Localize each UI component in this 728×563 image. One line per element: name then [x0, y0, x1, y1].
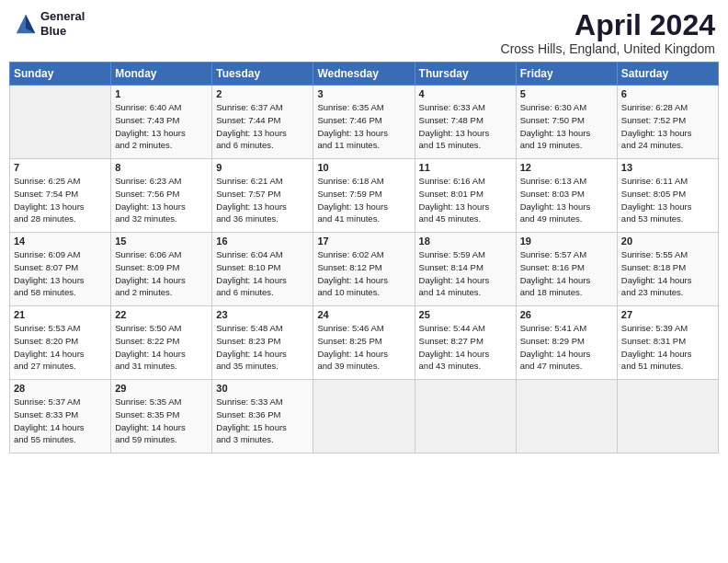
calendar-cell: [617, 380, 718, 454]
calendar-cell: 18Sunrise: 5:59 AM Sunset: 8:14 PM Dayli…: [415, 233, 516, 306]
calendar-cell: 16Sunrise: 6:04 AM Sunset: 8:10 PM Dayli…: [212, 233, 313, 306]
logo-text: General Blue: [40, 9, 85, 38]
calendar-cell: 28Sunrise: 5:37 AM Sunset: 8:33 PM Dayli…: [10, 380, 111, 454]
day-number: 15: [115, 236, 208, 247]
calendar-cell: 3Sunrise: 6:35 AM Sunset: 7:46 PM Daylig…: [313, 86, 415, 159]
calendar-cell: 24Sunrise: 5:46 AM Sunset: 8:25 PM Dayli…: [313, 306, 415, 380]
day-number: 23: [216, 309, 309, 320]
day-info: Sunrise: 6:06 AM Sunset: 8:09 PM Dayligh…: [115, 248, 208, 299]
day-header-wednesday: Wednesday: [313, 63, 415, 86]
day-number: 25: [419, 309, 512, 320]
day-header-monday: Monday: [111, 63, 212, 86]
logo-line1: General: [40, 9, 85, 23]
day-number: 1: [115, 88, 208, 99]
calendar-cell: 14Sunrise: 6:09 AM Sunset: 8:07 PM Dayli…: [10, 233, 111, 306]
day-number: 6: [621, 88, 714, 99]
day-number: 13: [621, 162, 714, 173]
day-number: 19: [520, 236, 613, 247]
calendar-cell: 11Sunrise: 6:16 AM Sunset: 8:01 PM Dayli…: [415, 159, 516, 233]
calendar-cell: 10Sunrise: 6:18 AM Sunset: 7:59 PM Dayli…: [313, 159, 415, 233]
day-header-sunday: Sunday: [10, 63, 111, 86]
page-header: General Blue April 2024 Cross Hills, Eng…: [9, 9, 719, 56]
month-year: April 2024: [501, 9, 715, 41]
day-info: Sunrise: 6:02 AM Sunset: 8:12 PM Dayligh…: [317, 248, 410, 299]
day-info: Sunrise: 5:57 AM Sunset: 8:16 PM Dayligh…: [520, 248, 613, 299]
day-info: Sunrise: 5:35 AM Sunset: 8:35 PM Dayligh…: [115, 396, 208, 446]
day-info: Sunrise: 5:59 AM Sunset: 8:14 PM Dayligh…: [419, 248, 512, 299]
day-info: Sunrise: 6:16 AM Sunset: 8:01 PM Dayligh…: [419, 175, 512, 225]
calendar-cell: 5Sunrise: 6:30 AM Sunset: 7:50 PM Daylig…: [516, 86, 617, 159]
day-info: Sunrise: 5:33 AM Sunset: 8:36 PM Dayligh…: [216, 396, 309, 446]
calendar-cell: 23Sunrise: 5:48 AM Sunset: 8:23 PM Dayli…: [212, 306, 313, 380]
day-number: 30: [216, 383, 309, 394]
calendar-week-2: 7Sunrise: 6:25 AM Sunset: 7:54 PM Daylig…: [10, 159, 719, 233]
day-info: Sunrise: 5:39 AM Sunset: 8:31 PM Dayligh…: [621, 322, 714, 373]
day-info: Sunrise: 6:37 AM Sunset: 7:44 PM Dayligh…: [216, 101, 309, 152]
calendar-week-1: 1Sunrise: 6:40 AM Sunset: 7:43 PM Daylig…: [10, 86, 719, 159]
day-header-tuesday: Tuesday: [212, 63, 313, 86]
day-info: Sunrise: 6:13 AM Sunset: 8:03 PM Dayligh…: [520, 175, 613, 225]
day-info: Sunrise: 6:23 AM Sunset: 7:56 PM Dayligh…: [115, 175, 208, 225]
day-number: 4: [419, 88, 512, 99]
logo-line2: Blue: [40, 24, 66, 38]
day-info: Sunrise: 5:46 AM Sunset: 8:25 PM Dayligh…: [317, 322, 410, 373]
calendar-body: 1Sunrise: 6:40 AM Sunset: 7:43 PM Daylig…: [10, 86, 719, 454]
day-number: 27: [621, 309, 714, 320]
day-number: 22: [115, 309, 208, 320]
calendar-cell: 6Sunrise: 6:28 AM Sunset: 7:52 PM Daylig…: [617, 86, 718, 159]
calendar-cell: 15Sunrise: 6:06 AM Sunset: 8:09 PM Dayli…: [111, 233, 212, 306]
day-number: 10: [317, 162, 410, 173]
logo: General Blue: [13, 9, 85, 38]
day-number: 9: [216, 162, 309, 173]
day-info: Sunrise: 6:18 AM Sunset: 7:59 PM Dayligh…: [317, 175, 410, 225]
day-number: 21: [14, 309, 107, 320]
day-number: 24: [317, 309, 410, 320]
calendar-cell: 22Sunrise: 5:50 AM Sunset: 8:22 PM Dayli…: [111, 306, 212, 380]
calendar-cell: 13Sunrise: 6:11 AM Sunset: 8:05 PM Dayli…: [617, 159, 718, 233]
day-number: 3: [317, 88, 410, 99]
day-info: Sunrise: 6:33 AM Sunset: 7:48 PM Dayligh…: [419, 101, 512, 152]
day-info: Sunrise: 6:28 AM Sunset: 7:52 PM Dayligh…: [621, 101, 714, 152]
day-info: Sunrise: 5:44 AM Sunset: 8:27 PM Dayligh…: [419, 322, 512, 373]
day-header-saturday: Saturday: [617, 63, 718, 86]
calendar-cell: [10, 86, 111, 159]
calendar-cell: 12Sunrise: 6:13 AM Sunset: 8:03 PM Dayli…: [516, 159, 617, 233]
calendar-table: SundayMondayTuesdayWednesdayThursdayFrid…: [9, 62, 719, 454]
day-info: Sunrise: 6:11 AM Sunset: 8:05 PM Dayligh…: [621, 175, 714, 225]
location: Cross Hills, England, United Kingdom: [501, 41, 715, 56]
day-number: 29: [115, 383, 208, 394]
calendar-cell: [415, 380, 516, 454]
day-number: 11: [419, 162, 512, 173]
day-info: Sunrise: 6:04 AM Sunset: 8:10 PM Dayligh…: [216, 248, 309, 299]
day-number: 2: [216, 88, 309, 99]
calendar-header-row: SundayMondayTuesdayWednesdayThursdayFrid…: [10, 63, 719, 86]
day-number: 5: [520, 88, 613, 99]
day-number: 28: [14, 383, 107, 394]
calendar-cell: 17Sunrise: 6:02 AM Sunset: 8:12 PM Dayli…: [313, 233, 415, 306]
day-number: 18: [419, 236, 512, 247]
day-info: Sunrise: 6:40 AM Sunset: 7:43 PM Dayligh…: [115, 101, 208, 152]
calendar-week-3: 14Sunrise: 6:09 AM Sunset: 8:07 PM Dayli…: [10, 233, 719, 306]
day-header-friday: Friday: [516, 63, 617, 86]
day-number: 17: [317, 236, 410, 247]
calendar-cell: 25Sunrise: 5:44 AM Sunset: 8:27 PM Dayli…: [415, 306, 516, 380]
day-info: Sunrise: 6:25 AM Sunset: 7:54 PM Dayligh…: [14, 175, 107, 225]
calendar-cell: 27Sunrise: 5:39 AM Sunset: 8:31 PM Dayli…: [617, 306, 718, 380]
day-info: Sunrise: 5:41 AM Sunset: 8:29 PM Dayligh…: [520, 322, 613, 373]
calendar-cell: 26Sunrise: 5:41 AM Sunset: 8:29 PM Dayli…: [516, 306, 617, 380]
day-info: Sunrise: 5:55 AM Sunset: 8:18 PM Dayligh…: [621, 248, 714, 299]
calendar-cell: 21Sunrise: 5:53 AM Sunset: 8:20 PM Dayli…: [10, 306, 111, 380]
calendar-cell: 4Sunrise: 6:33 AM Sunset: 7:48 PM Daylig…: [415, 86, 516, 159]
calendar-cell: 1Sunrise: 6:40 AM Sunset: 7:43 PM Daylig…: [111, 86, 212, 159]
calendar-cell: 19Sunrise: 5:57 AM Sunset: 8:16 PM Dayli…: [516, 233, 617, 306]
day-info: Sunrise: 6:30 AM Sunset: 7:50 PM Dayligh…: [520, 101, 613, 152]
day-info: Sunrise: 6:09 AM Sunset: 8:07 PM Dayligh…: [14, 248, 107, 299]
calendar-cell: 2Sunrise: 6:37 AM Sunset: 7:44 PM Daylig…: [212, 86, 313, 159]
calendar-cell: 8Sunrise: 6:23 AM Sunset: 7:56 PM Daylig…: [111, 159, 212, 233]
calendar-cell: [313, 380, 415, 454]
day-info: Sunrise: 6:35 AM Sunset: 7:46 PM Dayligh…: [317, 101, 410, 152]
day-number: 26: [520, 309, 613, 320]
day-info: Sunrise: 6:21 AM Sunset: 7:57 PM Dayligh…: [216, 175, 309, 225]
calendar-cell: 9Sunrise: 6:21 AM Sunset: 7:57 PM Daylig…: [212, 159, 313, 233]
day-number: 8: [115, 162, 208, 173]
